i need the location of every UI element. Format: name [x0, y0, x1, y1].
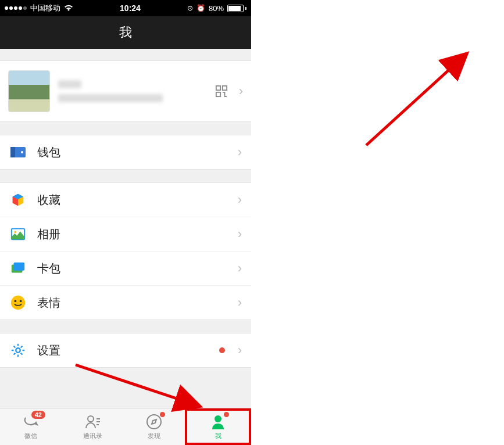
- settings-icon: [9, 342, 27, 359]
- qr-icon[interactable]: [215, 84, 228, 98]
- tab-label: 发现: [148, 432, 160, 440]
- avatar: [8, 70, 50, 112]
- notification-dot: [219, 347, 225, 353]
- signal-dots-icon: [5, 6, 27, 10]
- menu-album[interactable]: 相册 ›: [0, 217, 251, 252]
- carrier-label: 中国移动: [30, 3, 60, 13]
- tab-label: 微信: [24, 432, 37, 440]
- profile-id-blurred: [58, 94, 163, 102]
- tab-chats[interactable]: 42 微信: [0, 408, 62, 445]
- svg-rect-9: [14, 263, 25, 271]
- menu-label: 设置: [37, 343, 204, 358]
- menu-cards[interactable]: 卡包 ›: [0, 252, 251, 286]
- svg-rect-0: [216, 86, 220, 90]
- tab-bar: 42 微信 通讯录 发现 我: [0, 408, 251, 445]
- svg-rect-1: [223, 86, 227, 90]
- nav-title: 我: [119, 24, 132, 41]
- svg-point-16: [215, 415, 221, 422]
- menu-label: 钱包: [37, 145, 225, 160]
- screen-me: 中国移动 10:24 ⊙ ⏰ 80% 我 › 钱包 ›: [0, 0, 251, 445]
- profile-row[interactable]: ›: [0, 60, 251, 122]
- battery-percent: 80%: [209, 4, 224, 13]
- status-bar: 中国移动 10:24 ⊙ ⏰ 80%: [0, 0, 251, 16]
- tab-label: 我: [215, 432, 221, 440]
- svg-rect-2: [216, 92, 220, 96]
- menu-label: 相册: [37, 227, 225, 242]
- svg-point-15: [147, 415, 161, 429]
- nav-bar: 我: [0, 16, 251, 49]
- svg-point-14: [88, 416, 94, 422]
- battery-icon: [227, 5, 246, 12]
- time-label: 10:24: [120, 3, 141, 13]
- svg-point-10: [11, 296, 25, 310]
- chevron-right-icon: ›: [238, 227, 242, 242]
- notification-dot: [160, 412, 165, 417]
- album-icon: [9, 225, 27, 243]
- menu-label: 收藏: [37, 192, 225, 208]
- tab-me[interactable]: 我: [185, 408, 251, 445]
- svg-rect-4: [10, 147, 15, 157]
- lock-icon: ⊙: [187, 4, 193, 12]
- wifi-icon: [64, 5, 73, 12]
- chevron-right-icon: ›: [239, 84, 243, 99]
- svg-point-5: [21, 151, 23, 153]
- tab-contacts[interactable]: 通讯录: [62, 408, 123, 445]
- alarm-icon: ⏰: [196, 4, 205, 12]
- chevron-right-icon: ›: [238, 343, 242, 358]
- menu-label: 表情: [37, 295, 225, 311]
- menu-label: 卡包: [37, 261, 225, 277]
- profile-name-blurred: [58, 80, 81, 88]
- tab-label: 通讯录: [83, 432, 102, 440]
- chevron-right-icon: ›: [238, 261, 242, 276]
- menu-stickers[interactable]: 表情 ›: [0, 286, 251, 320]
- menu-wallet[interactable]: 钱包 ›: [0, 135, 251, 169]
- menu-settings[interactable]: 设置 ›: [0, 333, 251, 367]
- chevron-right-icon: ›: [238, 145, 242, 160]
- annotation-arrow: [349, 46, 477, 151]
- cards-icon: [9, 260, 27, 277]
- svg-point-12: [20, 300, 22, 302]
- chevron-right-icon: ›: [238, 192, 242, 207]
- tab-badge: 42: [31, 411, 45, 419]
- svg-point-13: [16, 348, 20, 352]
- menu-favorites[interactable]: 收藏 ›: [0, 183, 251, 217]
- svg-point-7: [14, 231, 16, 233]
- chevron-right-icon: ›: [238, 295, 242, 310]
- favorites-icon: [9, 191, 27, 209]
- tab-discover[interactable]: 发现: [123, 408, 185, 445]
- notification-dot: [224, 412, 229, 417]
- wallet-icon: [9, 143, 27, 161]
- svg-point-11: [14, 300, 16, 302]
- sticker-icon: [9, 294, 27, 311]
